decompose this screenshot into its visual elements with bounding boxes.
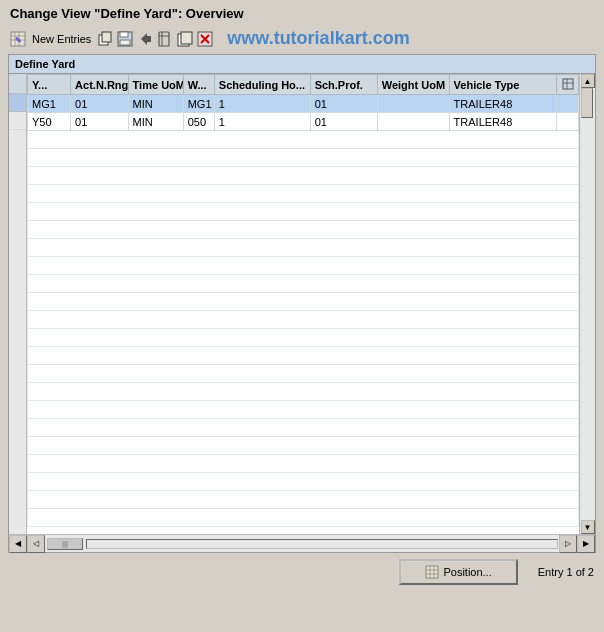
table-row — [28, 293, 579, 311]
copy-icon[interactable] — [97, 31, 113, 47]
table-row — [28, 401, 579, 419]
cell-schedho-2: 1 — [214, 113, 310, 131]
cell-actnrng-1: 01 — [71, 95, 128, 113]
toolbar: ✎ New Entries www.tutorialkart.com — [0, 25, 604, 54]
svg-rect-12 — [147, 36, 151, 42]
cell-w-2: 050 — [183, 113, 214, 131]
row-header-top — [9, 74, 26, 94]
position-icon — [425, 565, 439, 579]
scroll-up-button[interactable]: ▲ — [581, 74, 595, 88]
cell-weightuom-2 — [377, 113, 449, 131]
new-entries-button[interactable]: New Entries — [30, 32, 93, 46]
back-icon[interactable] — [137, 31, 153, 47]
table-row — [28, 329, 579, 347]
save-icon[interactable] — [117, 31, 133, 47]
scroll-track[interactable] — [581, 88, 595, 520]
scroll-right-buttons: ▷ ▶ — [559, 535, 595, 553]
h-scroll-track[interactable] — [86, 539, 558, 549]
cell-timeuom-2: MIN — [128, 113, 183, 131]
table-row — [28, 455, 579, 473]
entry-info: Entry 1 of 2 — [538, 566, 594, 578]
position-button[interactable]: Position... — [399, 559, 517, 585]
horizontal-scrollbar[interactable]: ◀ ◁ ||| ▷ ▶ — [9, 534, 595, 552]
cell-timeuom-1: MIN — [128, 95, 183, 113]
scroll-thumb[interactable] — [581, 88, 593, 118]
table-scroll-area: Y... Act.N.Rnge Time UoM W... Scheduling… — [27, 74, 579, 534]
table-header-row: Y... Act.N.Rnge Time UoM W... Scheduling… — [28, 75, 579, 95]
delete-icon[interactable] — [197, 31, 213, 47]
row-header-column — [9, 74, 27, 534]
table-row[interactable]: MG1 01 MIN MG1 1 01 TRAILER48 — [28, 95, 579, 113]
svg-rect-9 — [120, 32, 128, 37]
col-header-y[interactable]: Y... — [28, 75, 71, 95]
copy2-icon[interactable] — [177, 31, 193, 47]
table-row — [28, 167, 579, 185]
table-row — [28, 437, 579, 455]
table-row — [28, 185, 579, 203]
col-header-timeuom[interactable]: Time UoM — [128, 75, 183, 95]
table-row — [28, 149, 579, 167]
row-selector-1[interactable] — [9, 94, 26, 112]
cell-schprof-1: 01 — [310, 95, 377, 113]
table-container: Y... Act.N.Rnge Time UoM W... Scheduling… — [9, 74, 595, 534]
table-row — [28, 257, 579, 275]
scroll-right2-button[interactable]: ▶ — [577, 535, 595, 553]
cell-schedho-1: 1 — [214, 95, 310, 113]
new-entries-icon: ✎ — [10, 31, 26, 47]
new-entries-label: New Entries — [32, 33, 91, 45]
scroll-down-button[interactable]: ▼ — [581, 520, 595, 534]
col-header-schedho[interactable]: Scheduling Ho... — [214, 75, 310, 95]
col-header-weightuom[interactable]: Weight UoM — [377, 75, 449, 95]
cell-icon-2 — [557, 113, 579, 131]
table-row — [28, 491, 579, 509]
panel-title: Define Yard — [9, 55, 595, 74]
cell-icon-1 — [557, 95, 579, 113]
svg-rect-24 — [426, 566, 438, 578]
col-header-schprof[interactable]: Sch.Prof. — [310, 75, 377, 95]
main-panel: Define Yard Y... Act.N.Rnge Time UoM W..… — [8, 54, 596, 553]
table-row — [28, 239, 579, 257]
table-row — [28, 365, 579, 383]
table-row — [28, 473, 579, 491]
table-row[interactable]: Y50 01 MIN 050 1 01 TRAILER48 — [28, 113, 579, 131]
scroll-left2-button[interactable]: ◁ — [27, 535, 45, 553]
status-bar: Position... Entry 1 of 2 — [0, 553, 604, 591]
forward-icon[interactable] — [157, 31, 173, 47]
cell-w-1: MG1 — [183, 95, 214, 113]
table-row — [28, 275, 579, 293]
vertical-scrollbar[interactable]: ▲ ▼ — [579, 74, 595, 534]
cell-schprof-2: 01 — [310, 113, 377, 131]
data-table: Y... Act.N.Rnge Time UoM W... Scheduling… — [27, 74, 579, 527]
col-header-icon[interactable] — [557, 75, 579, 95]
col-header-vehicletype[interactable]: Vehicle Type — [449, 75, 557, 95]
scroll-right-button[interactable]: ▷ — [559, 535, 577, 553]
col-header-actnrng[interactable]: Act.N.Rnge — [71, 75, 128, 95]
svg-rect-10 — [120, 40, 130, 45]
scroll-left-button[interactable]: ◀ — [9, 535, 27, 553]
watermark-text: www.tutorialkart.com — [227, 28, 409, 49]
table-row — [28, 203, 579, 221]
svg-rect-21 — [563, 79, 573, 89]
row-selector-2[interactable] — [9, 112, 26, 130]
title-bar: Change View "Define Yard": Overview — [0, 0, 604, 25]
col-header-w[interactable]: W... — [183, 75, 214, 95]
cell-vehicletype-2: TRAILER48 — [449, 113, 557, 131]
page-title: Change View "Define Yard": Overview — [10, 6, 244, 21]
svg-rect-13 — [159, 32, 169, 46]
svg-marker-11 — [141, 33, 147, 45]
position-label: Position... — [443, 566, 491, 578]
cell-actnrng-2: 01 — [71, 113, 128, 131]
table-row — [28, 383, 579, 401]
cell-vehicletype-1: TRAILER48 — [449, 95, 557, 113]
table-row — [28, 311, 579, 329]
svg-rect-7 — [102, 32, 111, 42]
resize-handle-area: ||| — [45, 536, 85, 552]
cell-y-2: Y50 — [28, 113, 71, 131]
table-row — [28, 347, 579, 365]
svg-text:✎: ✎ — [15, 36, 22, 45]
column-resize-handle[interactable]: ||| — [47, 538, 83, 550]
table-row — [28, 131, 579, 149]
table-row — [28, 509, 579, 527]
cell-y-1: MG1 — [28, 95, 71, 113]
svg-rect-17 — [181, 32, 192, 44]
